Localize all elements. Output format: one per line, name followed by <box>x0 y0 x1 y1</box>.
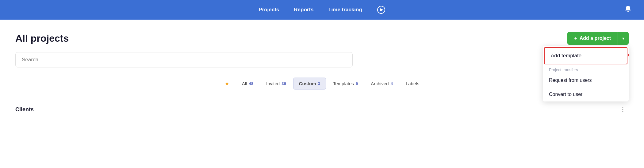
request-from-users-item[interactable]: Request from users <box>543 73 629 87</box>
add-project-dropdown-toggle[interactable]: ▾ <box>618 32 629 45</box>
filter-tab-invited[interactable]: Invited 36 <box>260 78 292 90</box>
play-icon[interactable] <box>377 6 385 14</box>
filter-tab-invited-badge: 36 <box>282 81 286 86</box>
clients-section: Clients ⋮ <box>15 101 629 118</box>
add-project-group: + Add a project ▾ <box>567 32 629 45</box>
filter-tab-archived[interactable]: Archived 4 <box>365 78 399 90</box>
filter-tab-templates[interactable]: Templates 5 <box>327 78 364 90</box>
filter-tab-archived-badge: 4 <box>391 81 393 86</box>
filter-tab-archived-label: Archived <box>371 81 389 86</box>
nav-item-projects[interactable]: Projects <box>259 7 279 13</box>
nav-item-time-tracking[interactable]: Time tracking <box>328 7 362 13</box>
star-icon: ★ <box>225 81 229 86</box>
header: Projects Reports Time tracking <box>0 0 644 20</box>
filter-tabs: ★ All 48 Invited 36 Custom 3 Templates 5… <box>15 77 629 90</box>
plus-icon: + <box>574 36 577 41</box>
add-project-button[interactable]: + Add a project <box>567 32 618 45</box>
add-template-item[interactable]: Add template <box>544 47 627 64</box>
svg-marker-1 <box>380 8 383 11</box>
dropdown-section-label: Project transfers <box>543 64 629 73</box>
filter-tab-all[interactable]: All 48 <box>236 78 259 90</box>
filter-tab-all-label: All <box>242 81 247 86</box>
main-nav: Projects Reports Time tracking <box>259 6 385 14</box>
filter-tab-custom-badge: 3 <box>318 81 320 86</box>
filter-tab-all-badge: 48 <box>249 81 253 86</box>
filter-tab-templates-label: Templates <box>333 81 354 86</box>
filter-tab-templates-badge: 5 <box>356 81 358 86</box>
bell-icon[interactable] <box>624 5 632 14</box>
convert-to-user-item[interactable]: Convert to user <box>543 87 629 101</box>
add-project-label: Add a project <box>580 36 611 41</box>
arrow-annotation <box>628 51 629 61</box>
clients-section-title: Clients <box>15 106 34 113</box>
filter-tab-invited-label: Invited <box>266 81 280 86</box>
add-project-area: + Add a project ▾ Add template <box>567 32 629 45</box>
main-content: All projects + Add a project ▾ Add templ… <box>0 20 644 168</box>
clients-section-dots[interactable]: ⋮ <box>617 104 629 115</box>
filter-tab-labels-label: Labels <box>406 81 419 86</box>
filter-tab-custom[interactable]: Custom 3 <box>293 78 326 90</box>
nav-item-reports[interactable]: Reports <box>294 7 313 13</box>
filter-tab-starred[interactable]: ★ <box>219 77 235 90</box>
page-title: All projects <box>15 33 69 44</box>
page-title-row: All projects + Add a project ▾ Add templ… <box>15 32 629 45</box>
filter-tab-labels[interactable]: Labels <box>400 78 425 90</box>
filter-tab-custom-label: Custom <box>299 81 316 86</box>
chevron-down-icon: ▾ <box>622 36 624 41</box>
dropdown-menu: Add template Project trans <box>543 46 629 101</box>
search-input[interactable] <box>15 52 353 67</box>
